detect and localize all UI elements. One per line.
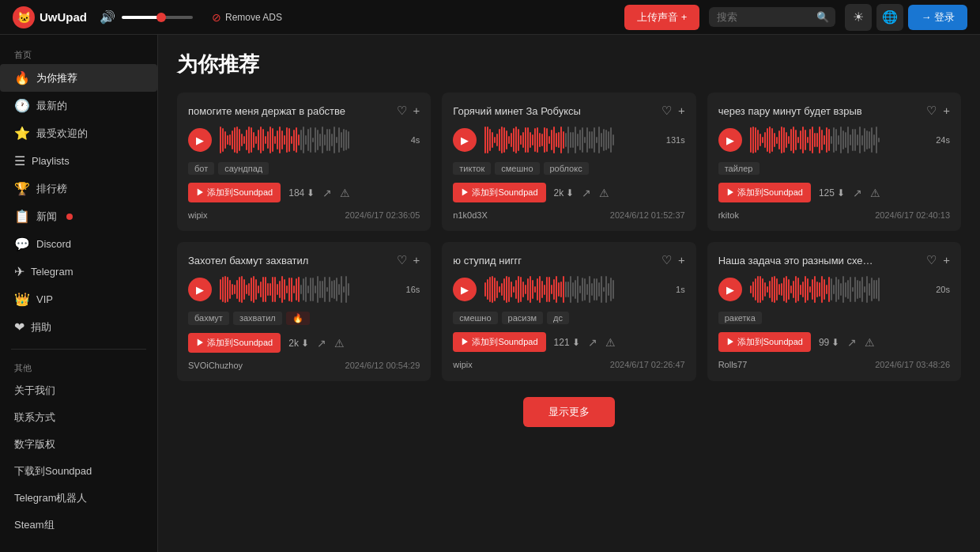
sound-card: ю ступид ниггг ♡ + ▶ 1s смешнорасизмдс ▶… [442,242,695,381]
breadcrumb: 首页 [0,44,157,64]
sidebar-item-recommended[interactable]: 🔥 为你推荐 [0,64,157,92]
language-button[interactable]: 🌐 [876,4,903,31]
heart-icon[interactable]: ♡ [662,104,672,118]
share-icon[interactable]: ↗ [853,187,862,199]
share-icon[interactable]: ↗ [317,337,326,350]
share-icon[interactable]: ↗ [847,336,857,349]
add-icon[interactable]: + [678,104,685,118]
sidebar-item-copyright[interactable]: 数字版权 [0,431,157,458]
sidebar-item-about[interactable]: 关于我们 [0,377,157,404]
theme-toggle-button[interactable]: ☀ [845,4,872,31]
add-icon[interactable]: + [413,253,420,267]
tag[interactable]: расизм [502,312,544,324]
tag[interactable]: смешно [453,312,497,324]
tag[interactable]: бахмут [188,312,229,325]
sidebar-label-about: 关于我们 [14,384,55,398]
play-button[interactable]: ▶ [718,278,742,301]
add-icon[interactable]: + [413,104,420,118]
sidebar-item-telegram-bot[interactable]: Telegram机器人 [0,485,157,512]
waveform-row: ▶ 1s [453,275,684,304]
waveform [750,275,922,304]
warning-icon[interactable]: ⚠ [865,336,875,349]
play-button[interactable]: ▶ [718,128,742,152]
sidebar-item-vip[interactable]: 👑 VIP [0,285,157,313]
sidebar-item-rankings[interactable]: 🏆 排行榜 [0,175,157,202]
tag[interactable]: саундпад [218,162,269,175]
card-actions: ▶ 添加到Soundpad 121 ⬇ ↗ ⚠ [453,332,684,352]
warning-icon[interactable]: ⚠ [334,337,345,350]
play-button[interactable]: ▶ [188,128,212,152]
tag[interactable]: дс [547,312,569,324]
warning-icon[interactable]: ⚠ [870,187,880,199]
tag[interactable]: захватил [233,312,282,325]
warning-icon[interactable]: ⚠ [340,187,350,199]
add-to-soundpad-button[interactable]: ▶ 添加到Soundpad [453,183,545,202]
warning-icon[interactable]: ⚠ [605,336,616,349]
heart-icon[interactable]: ♡ [662,253,672,267]
sidebar-item-popular[interactable]: ⭐ 最受欢迎的 [0,119,157,147]
sidebar-item-telegram[interactable]: ✈ Telegram [0,258,157,285]
heart-icon[interactable]: ♡ [926,253,937,267]
sidebar-item-download-soundpad[interactable]: 下载到Soundpad [0,458,157,485]
add-to-soundpad-button[interactable]: ▶ 添加到Soundpad [188,183,281,202]
upload-button[interactable]: 上传声音 + [624,5,699,30]
duration: 4s [400,135,420,145]
volume-slider[interactable] [122,16,193,19]
sidebar-item-steam[interactable]: Steam组 [0,512,157,539]
sidebar-item-playlists[interactable]: ☰ Playlists [0,147,157,175]
sidebar-label-download-soundpad: 下载到Soundpad [14,464,92,478]
card-header: Наша задача это разными схемами ♡ + [718,253,950,267]
share-icon[interactable]: ↗ [582,187,591,199]
tag[interactable]: бот [188,162,214,175]
search-box[interactable]: 🔍 [709,7,835,27]
tag[interactable]: тикток [453,162,491,175]
sidebar-item-news[interactable]: 📋 新闻 [0,202,157,230]
play-button[interactable]: ▶ [453,278,477,301]
tag[interactable]: ракетка [718,312,762,324]
tag[interactable]: роблокс [544,162,589,175]
card-actions: ▶ 添加到Soundpad 99 ⬇ ↗ ⚠ [718,332,950,352]
main-area: 首页 🔥 为你推荐 🕐 最新的 ⭐ 最受欢迎的 ☰ Playlists 🏆 排行… [0,35,980,552]
heart-icon[interactable]: ♡ [397,253,407,267]
show-more-button[interactable]: 显示更多 [523,397,615,427]
card-author: wipix [188,210,207,220]
heart-icon[interactable]: ♡ [397,104,407,118]
add-icon[interactable]: + [943,104,950,118]
duration: 131s [665,135,685,145]
login-button[interactable]: → 登录 [908,5,967,30]
sidebar-item-latest[interactable]: 🕐 最新的 [0,92,157,119]
search-input[interactable] [717,11,812,23]
card-date: 2024/6/17 02:36:05 [345,210,420,220]
add-to-soundpad-button[interactable]: ▶ 添加到Soundpad [453,332,545,352]
sound-card: через пару минут будет взрыв ♡ + ▶ 24s т… [707,93,961,231]
sidebar-item-donate[interactable]: ❤ 捐助 [0,313,157,341]
tag[interactable]: тайлер [718,162,760,175]
sidebar-label-popular: 最受欢迎的 [36,127,88,141]
tag-fire[interactable]: 🔥 [286,312,310,325]
add-icon[interactable]: + [678,253,685,267]
download-icon: ⬇ [566,187,574,198]
download-icon: ⬇ [572,337,580,348]
warning-icon[interactable]: ⚠ [599,187,609,199]
sidebar-item-discord[interactable]: 💬 Discord [0,230,157,258]
heart-icon[interactable]: ♡ [926,104,937,118]
sidebar-item-contact[interactable]: 联系方式 [0,404,157,431]
play-button[interactable]: ▶ [188,278,212,301]
volume-thumb[interactable] [156,13,166,22]
remove-ads-label[interactable]: ⊘ Remove ADS [212,11,282,24]
add-to-soundpad-button[interactable]: ▶ 添加到Soundpad [718,183,811,202]
waveform [484,275,657,304]
search-icon: 🔍 [816,11,829,23]
tag[interactable]: смешно [495,162,539,175]
add-icon[interactable]: + [943,253,950,267]
add-to-soundpad-button[interactable]: ▶ 添加到Soundpad [188,333,281,353]
cards-grid: помогите меня держат в рабстве ♡ + ▶ 4s … [177,93,961,381]
share-icon[interactable]: ↗ [322,187,332,199]
card-footer: wipix 2024/6/17 02:36:05 [188,210,420,220]
play-button[interactable]: ▶ [453,128,477,152]
tags-row: тиктоксмешнороблокс [453,162,684,175]
download-count: 99 ⬇ [819,337,839,348]
share-icon[interactable]: ↗ [588,336,597,349]
add-to-soundpad-button[interactable]: ▶ 添加到Soundpad [718,332,811,352]
card-header: Захотел бахмут захватил ♡ + [188,253,420,267]
